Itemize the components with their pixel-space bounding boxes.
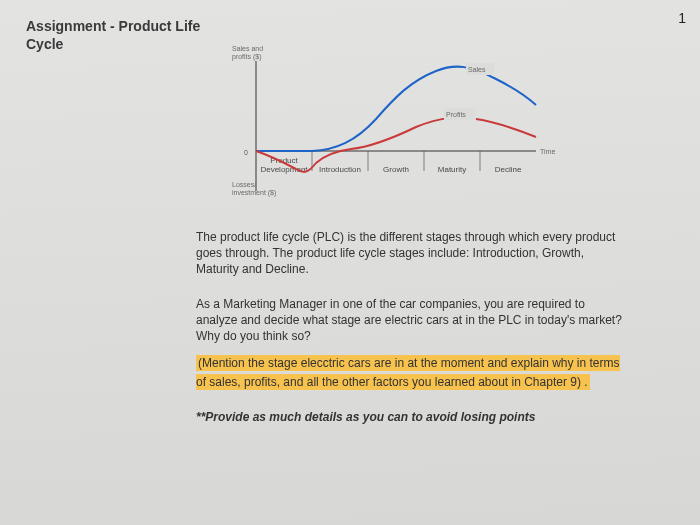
title-line-2: Cycle — [26, 36, 63, 52]
content-area: The product life cycle (PLC) is the diff… — [196, 229, 624, 425]
profits-legend: Profits — [446, 111, 466, 118]
plc-chart: Sales and profits ($) 0 Time Product Dev… — [196, 41, 556, 211]
title-line-1: Assignment - Product Life — [26, 18, 200, 34]
sales-legend: Sales — [468, 66, 486, 73]
highlight-instruction: (Mention the stage elecctric cars are in… — [196, 355, 620, 390]
x-axis-label: Time — [540, 148, 555, 155]
assignment-page: 1 Assignment - Product Life Cycle Sales … — [0, 0, 700, 525]
phase-label-dev-2: Development — [260, 165, 308, 174]
phase-label-intro: Introduction — [319, 165, 361, 174]
para-note: **Provide as much details as you can to … — [196, 409, 624, 425]
phase-label-growth: Growth — [383, 165, 409, 174]
y-label-top-2: profits ($) — [232, 53, 262, 61]
para-question: As a Marketing Manager in one of the car… — [196, 296, 624, 345]
para-definition: The product life cycle (PLC) is the diff… — [196, 229, 624, 278]
profits-curve — [256, 118, 536, 172]
para-instruction: (Mention the stage elecctric cars are in… — [196, 354, 624, 392]
page-number: 1 — [678, 10, 686, 26]
y-label-top-1: Sales and — [232, 45, 263, 52]
plc-chart-svg: Sales and profits ($) 0 Time Product Dev… — [196, 41, 556, 211]
sales-curve — [256, 67, 536, 151]
y-label-bottom-1: Losses/ — [232, 181, 256, 188]
phase-label-decline: Decline — [495, 165, 522, 174]
phase-label-maturity: Maturity — [438, 165, 466, 174]
assignment-title: Assignment - Product Life Cycle — [26, 18, 206, 53]
zero-label: 0 — [244, 149, 248, 156]
y-label-bottom-2: investment ($) — [232, 189, 276, 197]
